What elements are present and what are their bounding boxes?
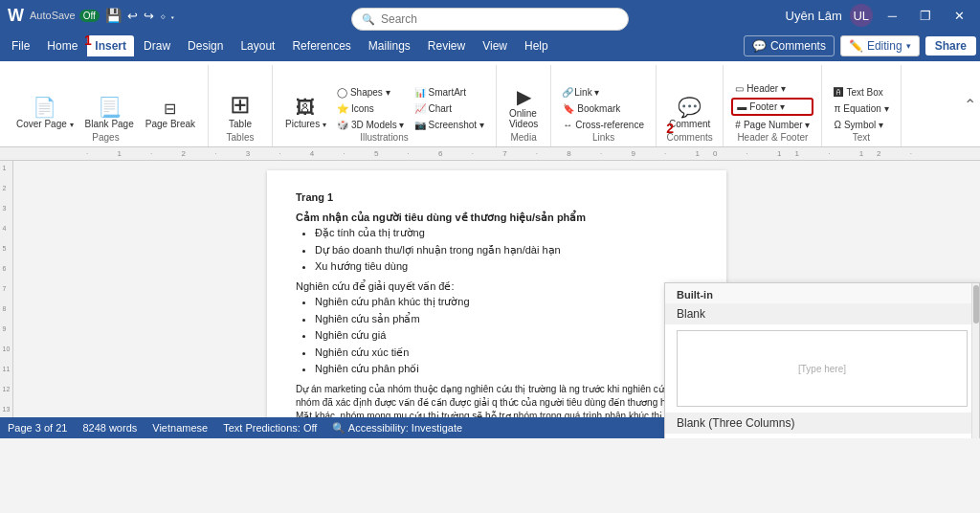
autosave-control[interactable]: AutoSave Off [30, 10, 100, 22]
dropdown-scroll-container: Built-in Blank [Type here] Blank (Three … [665, 283, 979, 438]
pictures-button[interactable]: 🖼 Pictures ▾ [280, 95, 331, 132]
blank-page-icon: 📃 [98, 98, 122, 117]
redo-icon[interactable]: ↪ [144, 9, 154, 23]
doc-sub-bullets: Nghiên cứu phân khúc thị trường Nghiên c… [315, 294, 698, 377]
search-bar: 🔍 [351, 8, 629, 31]
cross-ref-icon: ↔ [563, 120, 572, 130]
3d-models-label: 3D Models ▾ [351, 120, 405, 130]
pictures-label: Pictures ▾ [285, 119, 326, 129]
blank-page-button[interactable]: 📃 Blank Page [80, 95, 139, 132]
pages-group-label: Pages [92, 132, 119, 145]
share-button[interactable]: Share [925, 36, 976, 56]
screenshot-button[interactable]: 📷 Screenshot ▾ [411, 118, 488, 132]
menu-view[interactable]: View [475, 35, 515, 56]
menu-design[interactable]: Design [180, 35, 231, 56]
link-label: Link ▾ [574, 87, 599, 98]
accessibility-info[interactable]: 🔍 Accessibility: Investigate [332, 422, 462, 435]
icons-label: Icons [351, 103, 374, 114]
undo-icon[interactable]: ↩ [127, 9, 138, 23]
icons-button[interactable]: ⭐ Icons [333, 101, 409, 116]
dropdown-scrollbar[interactable] [971, 283, 979, 438]
search-input[interactable] [381, 12, 572, 26]
chart-label: Chart [429, 103, 452, 114]
callout-1: 1 [84, 33, 92, 48]
header-icon: ▭ [735, 83, 744, 94]
3d-models-button[interactable]: 🎲 3D Models ▾ [333, 118, 409, 132]
equation-icon: π [834, 103, 840, 114]
title-bar-right: Uyên Lâm UL ─ ❐ ✕ [786, 4, 972, 27]
scroll-thumb[interactable] [973, 285, 979, 323]
minimize-button[interactable]: ─ [880, 9, 904, 23]
main-area: 1234567891011121314 Trang 1 Cảm nhận của… [0, 161, 980, 438]
menu-insert[interactable]: Insert [87, 35, 134, 56]
page-break-button[interactable]: ⊟ Page Break [141, 99, 200, 132]
menu-home[interactable]: Home [39, 35, 85, 56]
save-icon[interactable]: 💾 [105, 8, 122, 23]
text-box-button[interactable]: 🅰 Text Box [830, 85, 892, 100]
menu-help[interactable]: Help [517, 35, 556, 56]
left-ruler: 1234567891011121314 [0, 161, 13, 438]
ribbon-group-illustrations: 🖼 Pictures ▾ ◯ Shapes ▾ ⭐ Icons 🎲 3D Mod… [273, 65, 497, 146]
cross-reference-button[interactable]: ↔ Cross-reference [559, 118, 648, 132]
3d-models-icon: 🎲 [337, 120, 348, 130]
callout-2: 2 [666, 121, 674, 136]
menu-bar-right: 💬 Comments ✏️ Editing ▾ Share [744, 35, 976, 56]
table-label: Table [229, 119, 252, 129]
autosave-toggle[interactable]: Off [79, 10, 100, 22]
close-button[interactable]: ✕ [947, 9, 972, 23]
icons-icon: ⭐ [337, 103, 348, 114]
media-group-label: Media [510, 132, 536, 145]
title-bar: W AutoSave Off 💾 ↩ ↪ ⬦ ▾ 🔍 Uyên Lâm UL ─… [0, 0, 980, 31]
user-avatar[interactable]: UL [850, 4, 873, 27]
share-label: Share [935, 39, 967, 53]
ruler: · 1 · 2 · 3 · 4 · 5 · 6 · 7 · 8 · 9 · 10… [0, 147, 980, 161]
chart-button[interactable]: 📈 Chart [411, 101, 488, 116]
editing-label: Editing [867, 39, 902, 53]
ruler-marks: · 1 · 2 · 3 · 4 · 5 · 6 · 7 · 8 · 9 · 10… [29, 149, 925, 158]
page-number-icon: # [735, 120, 741, 130]
text-box-label: Text Box [846, 87, 882, 98]
bookmark-icon: 🔖 [563, 103, 574, 114]
footer-button[interactable]: ▬ Footer ▾ [731, 98, 813, 116]
header-button[interactable]: ▭ Header ▾ [731, 81, 813, 96]
menu-layout[interactable]: Layout [233, 35, 282, 56]
ribbon-hf-items: ▭ Header ▾ ▬ Footer ▾ # Page Number ▾ [731, 67, 813, 132]
menu-mailings[interactable]: Mailings [361, 35, 418, 56]
shapes-icon: ◯ [337, 87, 347, 98]
online-videos-button[interactable]: ▶ OnlineVideos [504, 84, 543, 132]
customize-icon[interactable]: ⬦ ▾ [160, 10, 176, 21]
equation-label: Equation ▾ [843, 103, 888, 114]
illustrations-group-label: Illustrations [360, 132, 409, 145]
symbol-button[interactable]: Ω Symbol ▾ [830, 118, 892, 132]
shapes-button[interactable]: ◯ Shapes ▾ [333, 85, 409, 100]
restore-button[interactable]: ❐ [912, 9, 939, 23]
editing-button[interactable]: ✏️ Editing ▾ [840, 35, 920, 56]
menu-review[interactable]: Review [420, 35, 473, 56]
menu-references[interactable]: References [284, 35, 358, 56]
footer-label: Footer ▾ [749, 101, 785, 112]
link-button[interactable]: 🔗 Link ▾ [559, 85, 648, 100]
doc-bullet-2: Dự báo doanh thu/lợi nhuận trong ngắn hạ… [315, 242, 698, 258]
ribbon-group-media: ▶ OnlineVideos Media [497, 65, 551, 146]
smartart-button[interactable]: 📊 SmartArt [411, 85, 488, 100]
screenshot-icon: 📷 [414, 120, 426, 130]
equation-button[interactable]: π Equation ▾ [830, 101, 892, 116]
table-button[interactable]: ⊞ Table [216, 89, 264, 132]
cover-page-label: Cover Page ▾ [16, 119, 74, 129]
ribbon-collapse-btn[interactable]: ⌃ [960, 61, 980, 147]
comments-button[interactable]: 💬 Comments [744, 35, 835, 56]
blank-placeholder: [Type here] [798, 364, 846, 374]
ribbon-group-tables: ⊞ Table Tables [209, 65, 273, 146]
title-bar-left: W AutoSave Off 💾 ↩ ↪ ⬦ ▾ [8, 6, 176, 26]
blank-footer-preview[interactable]: [Type here] [677, 330, 968, 407]
page-number-button[interactable]: # Page Number ▾ [731, 118, 813, 132]
bookmark-label: Bookmark [577, 103, 620, 114]
blank-label: Blank [665, 303, 979, 324]
tables-group-label: Tables [227, 132, 255, 145]
ruler-numbers-vertical: 1234567891011121314 [3, 165, 11, 433]
menu-file[interactable]: File [4, 35, 37, 56]
bookmark-button[interactable]: 🔖 Bookmark [559, 101, 648, 116]
menu-draw[interactable]: Draw [136, 35, 178, 56]
shapes-label: Shapes ▾ [350, 87, 390, 98]
cover-page-button[interactable]: 📄 Cover Page ▾ [11, 95, 78, 132]
